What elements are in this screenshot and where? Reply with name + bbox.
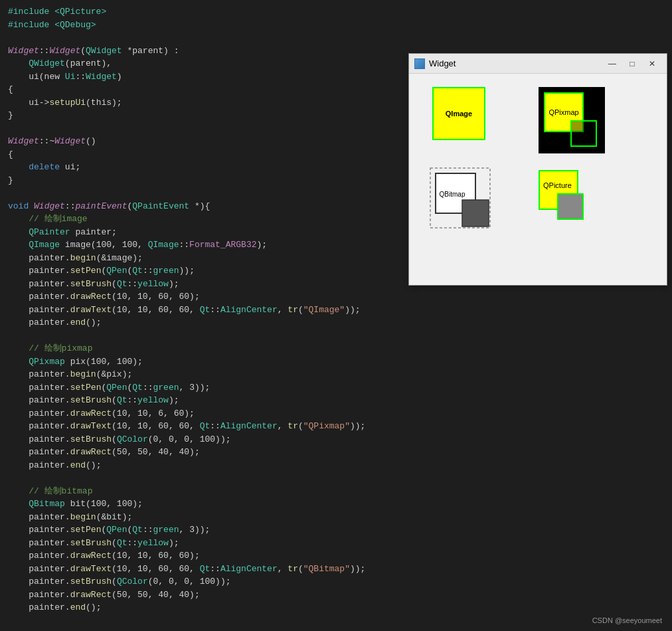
window-content: QImage QPixmap QBitmap xyxy=(409,74,667,285)
widget-window: Widget — □ ✕ QImage QPixmap xyxy=(408,53,667,286)
qimage-label: QImage xyxy=(446,110,472,118)
window-titlebar: Widget — □ ✕ xyxy=(409,54,667,74)
window-app-icon xyxy=(414,58,425,69)
qbitmap-display: QBitmap xyxy=(429,167,502,240)
qpicture-label: QPicture xyxy=(543,181,572,189)
window-controls[interactable]: — □ ✕ xyxy=(603,57,661,70)
qpicture-display: QPicture xyxy=(539,170,602,233)
qimage-display: QImage xyxy=(432,87,485,140)
code-editor: #include <QPicture> #include <QDebug> Wi… xyxy=(0,0,405,631)
watermark: CSDN @seeyoumeet xyxy=(592,616,662,624)
svg-rect-2 xyxy=(462,200,489,226)
minimize-button[interactable]: — xyxy=(603,57,622,70)
maximize-button[interactable]: □ xyxy=(623,57,641,70)
qpixmap-display: QPixmap xyxy=(539,87,605,153)
svg-text:QBitmap: QBitmap xyxy=(440,191,465,198)
close-button[interactable]: ✕ xyxy=(643,57,661,70)
qpixmap-overlay xyxy=(570,120,597,147)
qpicture-gray-rect xyxy=(557,193,584,220)
window-title: Widget xyxy=(429,58,456,68)
window-title-left: Widget xyxy=(414,58,456,69)
qpixmap-label: QPixmap xyxy=(548,108,578,116)
